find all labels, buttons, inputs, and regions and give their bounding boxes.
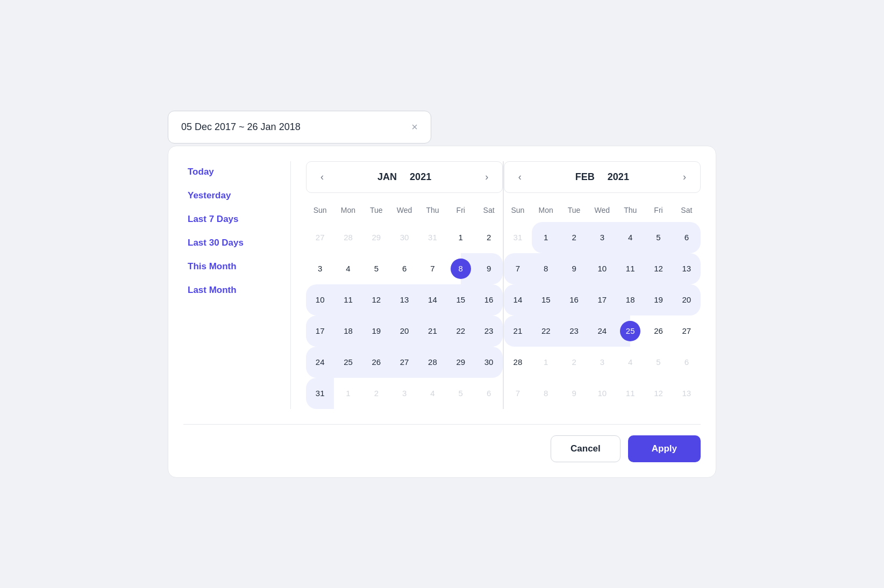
- calendar-day[interactable]: 30: [475, 347, 503, 378]
- calendar-day[interactable]: 6: [673, 222, 701, 253]
- cancel-button[interactable]: Cancel: [551, 435, 621, 462]
- calendar-day[interactable]: 16: [475, 284, 503, 315]
- calendar-day[interactable]: 2: [560, 222, 588, 253]
- calendar-day[interactable]: 28: [418, 347, 446, 378]
- shortcut-yesterday[interactable]: Yesterday: [183, 185, 275, 206]
- shortcut-thismonth[interactable]: This Month: [183, 256, 275, 277]
- shortcut-last7days[interactable]: Last 7 Days: [183, 209, 275, 230]
- calendar-day[interactable]: 27: [390, 347, 418, 378]
- calendar-day[interactable]: 9: [560, 253, 588, 284]
- calendar-day[interactable]: 2: [560, 347, 588, 378]
- calendar-day[interactable]: 29: [447, 347, 475, 378]
- calendar-day[interactable]: 24: [588, 315, 616, 347]
- calendar-day[interactable]: 19: [362, 315, 390, 347]
- calendar-day[interactable]: 5: [644, 222, 672, 253]
- calendar-day[interactable]: 22: [447, 315, 475, 347]
- calendar-day[interactable]: 17: [306, 315, 334, 347]
- calendar-day[interactable]: 3: [390, 378, 418, 409]
- shortcut-last30days[interactable]: Last 30 Days: [183, 232, 275, 254]
- calendar-day[interactable]: 31: [418, 222, 446, 253]
- calendar-day[interactable]: 26: [644, 315, 672, 347]
- calendar-day[interactable]: 3: [588, 222, 616, 253]
- calendar-day[interactable]: 3: [306, 253, 334, 284]
- calendar-day[interactable]: 12: [644, 378, 672, 409]
- calendar-day[interactable]: 18: [334, 315, 362, 347]
- calendar-day[interactable]: 8: [532, 253, 560, 284]
- calendar-day[interactable]: 17: [588, 284, 616, 315]
- calendar-day[interactable]: 16: [560, 284, 588, 315]
- calendar-day[interactable]: 13: [390, 284, 418, 315]
- calendar-day[interactable]: 27: [673, 315, 701, 347]
- calendar-day[interactable]: 29: [362, 222, 390, 253]
- close-icon[interactable]: ×: [411, 121, 418, 133]
- calendar-day[interactable]: 3: [588, 347, 616, 378]
- calendar-day[interactable]: 13: [673, 378, 701, 409]
- calendar-day[interactable]: 1: [334, 378, 362, 409]
- calendar-day[interactable]: 9: [475, 253, 503, 284]
- calendar-day[interactable]: 15: [532, 284, 560, 315]
- calendar-day[interactable]: 23: [475, 315, 503, 347]
- calendar-day[interactable]: 9: [560, 378, 588, 409]
- shortcut-lastmonth[interactable]: Last Month: [183, 279, 275, 301]
- calendar-day[interactable]: 8: [447, 253, 475, 284]
- calendar-day[interactable]: 7: [504, 253, 532, 284]
- date-input-wrapper: 05 Dec 2017 ~ 26 Jan 2018 ×: [168, 111, 716, 144]
- calendar-day[interactable]: 21: [504, 315, 532, 347]
- feb-prev-button[interactable]: ‹: [514, 169, 526, 185]
- calendar-day[interactable]: 14: [504, 284, 532, 315]
- calendar-day[interactable]: 21: [418, 315, 446, 347]
- jan-prev-button[interactable]: ‹: [316, 169, 328, 185]
- calendar-day[interactable]: 8: [532, 378, 560, 409]
- calendar-day[interactable]: 30: [390, 222, 418, 253]
- calendar-day[interactable]: 11: [334, 284, 362, 315]
- calendar-day[interactable]: 5: [362, 253, 390, 284]
- apply-button[interactable]: Apply: [628, 435, 701, 462]
- calendar-day[interactable]: 15: [447, 284, 475, 315]
- calendar-day[interactable]: 1: [532, 222, 560, 253]
- calendar-day[interactable]: 6: [390, 253, 418, 284]
- calendar-day[interactable]: 28: [504, 347, 532, 378]
- calendar-day[interactable]: 31: [504, 222, 532, 253]
- calendar-day[interactable]: 6: [475, 378, 503, 409]
- calendar-day[interactable]: 24: [306, 347, 334, 378]
- calendar-day[interactable]: 26: [362, 347, 390, 378]
- shortcut-today[interactable]: Today: [183, 161, 275, 183]
- calendar-day[interactable]: 28: [334, 222, 362, 253]
- calendar-day[interactable]: 10: [588, 378, 616, 409]
- calendar-day[interactable]: 4: [616, 347, 644, 378]
- calendar-day[interactable]: 27: [306, 222, 334, 253]
- calendar-day[interactable]: 12: [362, 284, 390, 315]
- calendar-day[interactable]: 22: [532, 315, 560, 347]
- calendar-day[interactable]: 14: [418, 284, 446, 315]
- calendar-day[interactable]: 12: [644, 253, 672, 284]
- calendar-day[interactable]: 1: [447, 222, 475, 253]
- calendar-day[interactable]: 11: [616, 378, 644, 409]
- jan-weekday-fri: Fri: [447, 203, 475, 218]
- jan-next-button[interactable]: ›: [481, 169, 493, 185]
- calendar-day[interactable]: 10: [588, 253, 616, 284]
- calendar-day[interactable]: 4: [334, 253, 362, 284]
- calendar-day[interactable]: 25: [334, 347, 362, 378]
- calendar-day[interactable]: 11: [616, 253, 644, 284]
- calendar-day[interactable]: 25: [616, 315, 644, 347]
- calendar-day[interactable]: 19: [644, 284, 672, 315]
- calendar-day[interactable]: 7: [418, 253, 446, 284]
- calendar-day[interactable]: 6: [673, 347, 701, 378]
- calendar-day[interactable]: 20: [673, 284, 701, 315]
- calendar-day[interactable]: 20: [390, 315, 418, 347]
- calendar-day[interactable]: 1: [532, 347, 560, 378]
- calendar-day[interactable]: 7: [504, 378, 532, 409]
- calendar-day[interactable]: 18: [616, 284, 644, 315]
- feb-next-button[interactable]: ›: [679, 169, 690, 185]
- calendar-day[interactable]: 5: [644, 347, 672, 378]
- calendar-day[interactable]: 4: [616, 222, 644, 253]
- calendar-day[interactable]: 5: [447, 378, 475, 409]
- calendar-day[interactable]: 2: [362, 378, 390, 409]
- calendar-day[interactable]: 13: [673, 253, 701, 284]
- calendar-day[interactable]: 2: [475, 222, 503, 253]
- calendar-day[interactable]: 10: [306, 284, 334, 315]
- date-input[interactable]: 05 Dec 2017 ~ 26 Jan 2018 ×: [168, 111, 431, 144]
- calendar-day[interactable]: 23: [560, 315, 588, 347]
- calendar-day[interactable]: 4: [418, 378, 446, 409]
- calendar-day[interactable]: 31: [306, 378, 334, 409]
